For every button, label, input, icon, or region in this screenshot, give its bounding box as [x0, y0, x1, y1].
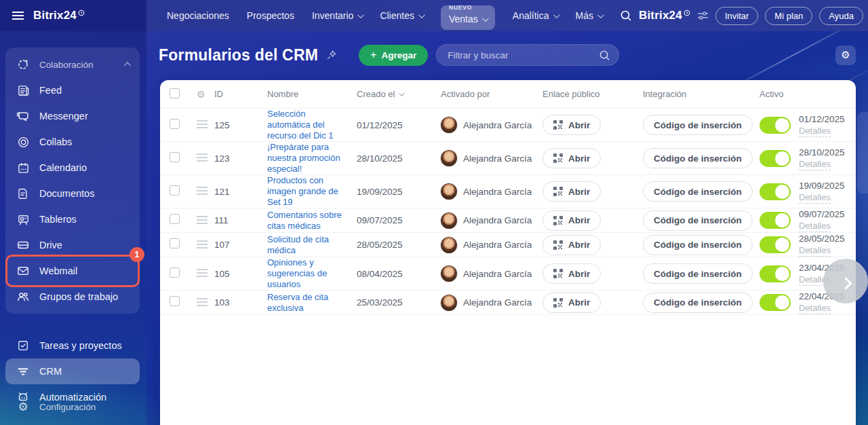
sidebar-item-grupos-de-trabajo[interactable]: Grupos de trabajo — [5, 284, 140, 310]
active-toggle[interactable] — [760, 150, 791, 167]
activated-by-user[interactable]: Alejandra García — [441, 237, 542, 253]
my-plan-button[interactable]: Mi plan — [765, 7, 812, 25]
table-row[interactable]: 111 Comentarios sobre citas médicas 09/0… — [160, 208, 856, 233]
form-name-link[interactable]: Productos con imagen grande de Set 19 — [267, 175, 350, 208]
activated-by-user[interactable]: Alejandra García — [441, 117, 542, 133]
collapsed-side-panel-tab[interactable] — [857, 112, 868, 193]
active-toggle[interactable] — [760, 117, 791, 134]
table-row[interactable]: 125 Selección automática del recurso del… — [160, 109, 856, 142]
nav-negociaciones[interactable]: Negociaciones — [167, 10, 229, 21]
form-name-link[interactable]: Selección automática del recurso del Dic… — [267, 109, 350, 141]
column-header-activo[interactable]: Activo — [760, 89, 856, 99]
drag-handle-icon[interactable] — [197, 120, 208, 122]
filter-search-input[interactable] — [448, 50, 599, 60]
drag-handle-icon[interactable] — [197, 187, 208, 188]
invite-button[interactable]: Invitar — [715, 7, 758, 25]
active-toggle[interactable] — [760, 294, 791, 311]
column-header-activado-por[interactable]: Activado por — [441, 89, 542, 99]
row-checkbox[interactable] — [170, 214, 180, 224]
form-name-link[interactable]: ¡Prepárate para nuestra promoción especi… — [267, 142, 350, 174]
row-checkbox[interactable] — [170, 119, 180, 129]
nav-ventas[interactable]: NUEVO Ventas — [441, 5, 495, 30]
column-header-enlace-publico[interactable]: Enlace público — [542, 89, 643, 99]
open-public-link-button[interactable]: Abrir — [542, 148, 601, 168]
nav-inventario[interactable]: Inventario — [312, 10, 362, 21]
activated-by-user[interactable]: Alejandra García — [441, 183, 542, 200]
details-link[interactable]: Detalles — [799, 244, 831, 257]
form-name-link[interactable]: Comentarios sobre citas médicas — [267, 210, 350, 232]
embed-code-button[interactable]: Código de inserción — [643, 263, 753, 284]
table-row[interactable]: 107 Solicitud de cita médica 28/05/2025 … — [160, 233, 856, 257]
details-link[interactable]: Detalles — [799, 191, 831, 204]
form-name-link[interactable]: Opiniones y sugerencias de usuarios — [267, 257, 350, 290]
drag-handle-icon[interactable] — [197, 216, 208, 217]
open-public-link-button[interactable]: Abrir — [542, 235, 601, 255]
open-public-link-button[interactable]: Abrir — [542, 115, 601, 135]
help-button[interactable]: Ayuda — [819, 7, 863, 25]
drag-handle-icon[interactable] — [197, 298, 208, 299]
activated-by-user[interactable]: Alejandra García — [441, 295, 542, 311]
active-toggle[interactable] — [760, 236, 791, 253]
column-header-nombre[interactable]: Nombre — [267, 89, 357, 99]
sidebar-item-feed[interactable]: Feed — [5, 77, 140, 103]
table-row[interactable]: 123 ¡Prepárate para nuestra promoción es… — [160, 142, 856, 175]
sidebar-item-collabs[interactable]: Collabs — [5, 129, 140, 155]
details-link[interactable]: Detalles — [799, 158, 831, 170]
embed-code-button[interactable]: Código de inserción — [643, 115, 753, 135]
embed-code-button[interactable]: Código de inserción — [643, 148, 753, 168]
column-header-id[interactable]: ID — [214, 89, 267, 99]
details-link[interactable]: Detalles — [799, 302, 831, 314]
sidebar-item-tareas-y-proyectos[interactable]: Tareas y proyectos — [5, 333, 140, 358]
table-row[interactable]: 105 Opiniones y sugerencias de usuarios … — [160, 257, 856, 291]
sidebar-item-documentos[interactable]: Documentos — [5, 181, 140, 206]
drag-handle-icon[interactable] — [197, 269, 208, 270]
sidebar-item-crm[interactable]: CRM — [5, 358, 140, 384]
embed-code-button[interactable]: Código de inserción — [643, 181, 753, 202]
sliders-icon[interactable] — [697, 11, 709, 20]
next-page-arrow[interactable] — [823, 259, 868, 303]
nav-clientes[interactable]: Clientes — [380, 10, 423, 21]
table-row[interactable]: 121 Productos con imagen grande de Set 1… — [160, 175, 856, 208]
drag-handle-icon[interactable] — [197, 153, 208, 155]
sidebar-item-configuracion[interactable]: ⚙ Configuración — [5, 394, 140, 420]
open-public-link-button[interactable]: Abrir — [542, 263, 601, 284]
drag-handle-icon[interactable] — [197, 240, 208, 242]
sidebar-item-messenger[interactable]: Messenger — [5, 103, 140, 129]
search-icon[interactable] — [599, 50, 610, 61]
select-all-checkbox[interactable] — [170, 88, 180, 98]
sidebar-item-drive[interactable]: Drive — [5, 232, 140, 258]
open-public-link-button[interactable]: Abrir — [542, 210, 601, 231]
row-checkbox[interactable] — [170, 185, 180, 196]
filter-search-box[interactable] — [436, 44, 619, 66]
add-form-button[interactable]: + Agregar — [359, 45, 428, 66]
details-link[interactable]: Detalles — [799, 125, 831, 137]
open-public-link-button[interactable]: Abrir — [542, 181, 601, 202]
row-checkbox[interactable] — [170, 267, 180, 278]
active-toggle[interactable] — [760, 212, 791, 229]
open-public-link-button[interactable]: Abrir — [542, 293, 601, 313]
activated-by-user[interactable]: Alejandra García — [441, 265, 542, 282]
embed-code-button[interactable]: Código de inserción — [643, 210, 753, 231]
details-link[interactable]: Detalles — [799, 220, 831, 232]
search-icon[interactable] — [620, 10, 632, 22]
row-checkbox[interactable] — [170, 238, 180, 248]
row-checkbox[interactable] — [170, 152, 180, 162]
activated-by-user[interactable]: Alejandra García — [441, 150, 542, 166]
active-toggle[interactable] — [760, 265, 791, 282]
sidebar-item-tableros[interactable]: Tableros — [5, 206, 140, 232]
activated-by-user[interactable]: Alejandra García — [441, 212, 542, 229]
grid-config-gear-icon[interactable]: ⚙ — [197, 89, 205, 100]
bitrix24-logo[interactable]: Bitrix24 — [33, 9, 85, 22]
sidebar-item-webmail[interactable]: Webmail 1 — [5, 258, 140, 284]
nav-mas[interactable]: Más — [576, 10, 602, 21]
grid-settings-button[interactable]: ⚙ — [835, 45, 856, 65]
form-name-link[interactable]: Reserva de cita exclusiva — [267, 292, 350, 314]
sidebar-group-colaboracion[interactable]: Colaboración — [5, 52, 140, 77]
active-toggle[interactable] — [760, 183, 791, 200]
embed-code-button[interactable]: Código de inserción — [643, 235, 753, 255]
form-name-link[interactable]: Solicitud de cita médica — [267, 234, 350, 256]
row-checkbox[interactable] — [170, 296, 180, 306]
sidebar-item-calendario[interactable]: Calendario — [5, 155, 140, 181]
embed-code-button[interactable]: Código de inserción — [643, 293, 753, 313]
column-header-integracion[interactable]: Integración — [643, 89, 760, 99]
